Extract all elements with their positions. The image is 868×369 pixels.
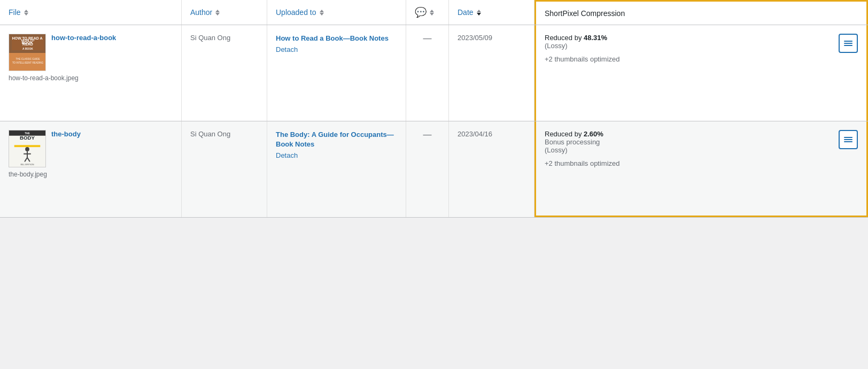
file-info-row1: how-to-read-a-book [51,34,116,42]
sp-pct-row2: 2.60% [584,130,603,138]
date-cell-row1: 2023/05/09 [449,25,534,121]
detach-link-row1[interactable]: Detach [276,45,397,53]
sort-down-icon [215,13,220,16]
table-row: HOW TO READ A BOOK THE CLASSIC GUIDE TO … [0,25,868,121]
sp-type-row1: (Lossy) [545,42,833,50]
sp-info-row2: Reduced by 2.60% Bonus processing(Lossy)… [545,130,833,167]
author-cell-row2: Si Quan Ong [182,121,267,217]
sp-reduced-row1: Reduced by 48.31% [545,34,833,42]
svg-rect-9 [844,41,852,42]
sort-down-icon [477,13,481,16]
svg-rect-25 [844,141,852,142]
date-row1: 2023/05/09 [458,34,525,42]
uploaded-link-row2[interactable]: The Body: A Guide for Occupants—Book Not… [276,130,397,149]
author-row2: Si Quan Ong [190,130,258,138]
file-cell-row2: THE BODY BILL BRYSON the-body [0,121,182,217]
col-header-shortpixel: ShortPixel Compression [534,0,868,25]
svg-text:THE CLASSIC GUIDE: THE CLASSIC GUIDE [15,58,40,60]
author-cell-row1: Si Quan Ong [182,25,267,121]
detach-link-row2[interactable]: Detach [276,151,397,159]
col-header-author[interactable]: Author [182,0,267,25]
col-author-label: Author [190,8,212,17]
sp-menu-button-row2[interactable] [839,130,858,149]
file-cell-row1: HOW TO READ A BOOK THE CLASSIC GUIDE TO … [0,25,182,121]
hamburger-icon [844,39,852,48]
svg-rect-11 [844,45,852,46]
file-name-row2: the-body.jpeg [9,171,47,178]
svg-rect-23 [844,137,852,138]
col-header-file[interactable]: File [0,0,182,25]
sp-thumbs-row2: +2 thumbnails optimized [545,159,833,167]
col-header-date[interactable]: Date [449,0,534,25]
svg-text:A BOOK: A BOOK [22,47,33,50]
comment-icon: 💬 [415,6,427,18]
notes-dash-row1: — [423,34,432,43]
table-header: File Author Uploaded to 💬 [0,0,868,25]
sp-type-row2: Bonus processing(Lossy) [545,138,833,154]
file-thumb-row1: HOW TO READ A BOOK THE CLASSIC GUIDE TO … [9,34,116,71]
file-thumb-row2: THE BODY BILL BRYSON the-body [9,130,81,167]
file-info-row2: the-body [51,130,81,138]
sort-up-icon [215,10,220,12]
table-row: THE BODY BILL BRYSON the-body [0,121,868,218]
shortpixel-cell-row2: Reduced by 2.60% Bonus processing(Lossy)… [534,121,868,217]
svg-text:BODY: BODY [20,135,35,141]
shortpixel-cell-row1: Reduced by 48.31% (Lossy) +2 thumbnails … [534,25,868,121]
svg-text:TO INTELLIGENT READING: TO INTELLIGENT READING [12,62,44,64]
date-sort-icon[interactable] [477,10,481,16]
sp-pct-row1: 48.31% [584,34,607,42]
file-title-link-row1[interactable]: how-to-read-a-book [51,34,116,42]
author-row1: Si Quan Ong [190,34,258,42]
file-title-link-row2[interactable]: the-body [51,130,81,138]
media-table: File Author Uploaded to 💬 [0,0,868,218]
uploaded-sort-icon[interactable] [320,10,324,16]
thumbnail-row1: HOW TO READ A BOOK THE CLASSIC GUIDE TO … [9,34,46,71]
uploaded-link-row1[interactable]: How to Read a Book—Book Notes [276,34,397,43]
col-file-label: File [9,8,21,17]
sort-up-icon [24,10,28,12]
notes-dash-row2: — [423,130,432,140]
date-cell-row2: 2023/04/16 [449,121,534,217]
notes-cell-row2: — [406,121,449,217]
sort-up-icon [477,10,481,12]
notes-sort-icon[interactable] [430,10,434,16]
sp-reduced-text-row1: Reduced by [545,34,584,42]
hamburger-icon [844,135,852,144]
svg-rect-24 [844,139,852,140]
svg-rect-16 [14,145,41,147]
uploaded-cell-row2: The Body: A Guide for Occupants—Book Not… [267,121,406,217]
sort-up-icon [430,10,434,12]
svg-text:BILL BRYSON: BILL BRYSON [20,163,34,166]
col-date-label: Date [458,8,474,17]
sp-reduced-text-row2: Reduced by [545,130,584,138]
svg-rect-10 [844,43,852,44]
sp-menu-button-row1[interactable] [839,34,858,53]
svg-point-17 [25,147,29,151]
col-uploaded-label: Uploaded to [276,8,316,17]
uploaded-cell-row1: How to Read a Book—Book Notes Detach [267,25,406,121]
date-row2: 2023/04/16 [458,130,525,138]
sort-down-icon [320,13,324,16]
sp-reduced-row2: Reduced by 2.60% [545,130,833,138]
col-header-notes[interactable]: 💬 [406,0,449,25]
sp-info-row1: Reduced by 48.31% (Lossy) +2 thumbnails … [545,34,833,63]
svg-text:HOW TO: HOW TO [21,39,35,42]
sort-up-icon [320,10,324,12]
col-header-uploaded-to[interactable]: Uploaded to [267,0,406,25]
svg-text:READ: READ [22,42,33,46]
file-sort-icon[interactable] [24,10,28,16]
file-name-row1: how-to-read-a-book.jpeg [9,74,79,82]
author-sort-icon[interactable] [215,10,220,16]
sort-down-icon [430,13,434,16]
col-shortpixel-label: ShortPixel Compression [545,9,625,18]
sort-down-icon [24,13,28,16]
thumbnail-row2: THE BODY BILL BRYSON [9,130,46,167]
notes-cell-row1: — [406,25,449,121]
sp-thumbs-row1: +2 thumbnails optimized [545,55,833,63]
